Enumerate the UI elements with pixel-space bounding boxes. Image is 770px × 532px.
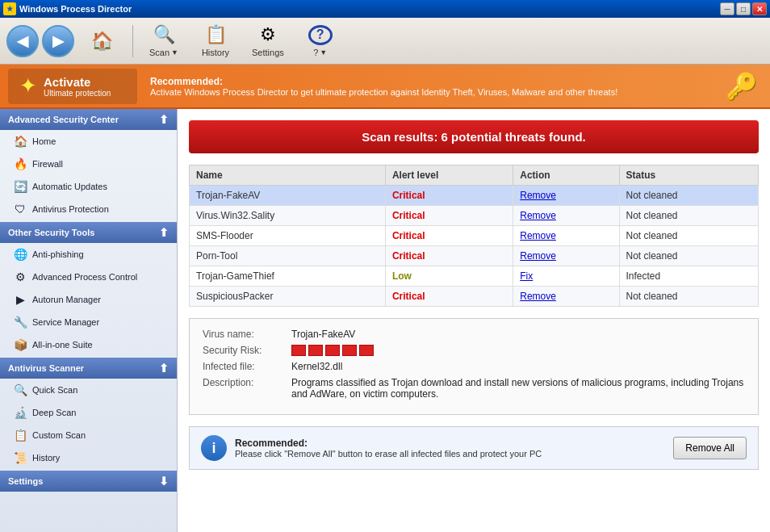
deep-scan-icon: 🔬 [13,405,27,420]
cell-status: Not cleaned [619,186,759,206]
cell-action[interactable]: Remove [513,287,619,307]
sidebar-item-auto-updates[interactable]: 🔄 Automatic Updates [0,175,177,198]
settings-toggle-icon: ⬇ [159,475,169,488]
sidebar-item-advanced-process[interactable]: ⚙ Advanced Process Control [0,266,177,288]
description-value: Programs classified as Trojan download a… [291,377,745,400]
risk-bar [325,345,340,356]
table-row[interactable]: SuspiciousPackerCriticalRemoveNot cleane… [190,287,759,307]
cell-action[interactable]: Remove [513,246,619,266]
remove-all-button[interactable]: Remove All [673,437,747,459]
settings-toolbar-button[interactable]: ⚙ Settings [243,21,293,61]
virus-name-row: Virus name: Trojan-FakeAV [203,329,745,340]
results-table: Name Alert level Action Status Trojan-Fa… [189,165,759,307]
sidebar-section-scanner: Antivirus Scanner ⬆ 🔍 Quick Scan 🔬 Deep … [0,358,177,469]
autorun-icon: ▶ [13,292,27,307]
sidebar-item-autorun[interactable]: ▶ Autorun Manager [0,288,177,311]
sidebar-section-settings-header[interactable]: Settings ⬇ [0,471,177,492]
scan-results-header: Scan results: 6 potential threats found. [189,120,759,153]
cell-alert: Critical [385,287,513,307]
scan-toolbar-button[interactable]: 🔍 Scan ▼ [140,21,188,61]
activate-button[interactable]: ✦ Activate Ultimate protection [8,69,137,104]
table-row[interactable]: SMS-FlooderCriticalRemoveNot cleaned [190,226,759,246]
sidebar-item-anti-phishing[interactable]: 🌐 Anti-phishing [0,243,177,266]
sidebar-item-history[interactable]: 📜 History [0,446,177,469]
col-status: Status [619,165,759,186]
history-sidebar-icon: 📜 [13,450,27,465]
minimize-button[interactable]: ─ [720,2,734,15]
content-area: Scan results: 6 potential threats found.… [178,109,770,532]
scan-label: Scan ▼ [149,48,178,57]
sidebar-item-service-manager[interactable]: 🔧 Service Manager [0,311,177,333]
forward-button[interactable]: ▶ [42,25,74,57]
footer-rec-text: Recommended: Please click "Remove All" b… [235,438,665,459]
title-bar: ★ Windows Process Director ─ □ ✕ [0,0,770,18]
cell-action[interactable]: Remove [513,226,619,246]
main-layout: Advanced Security Center ⬆ 🏠 Home 🔥 Fire… [0,109,770,532]
risk-bar [342,345,357,356]
home-toolbar-button[interactable]: 🏠 [77,21,126,61]
virus-name-value: Trojan-FakeAV [291,329,745,340]
app-title: Windows Process Director [19,4,720,14]
quick-scan-icon: 🔍 [13,383,27,397]
cell-action[interactable]: Fix [513,266,619,287]
activate-text: Activate Ultimate protection [44,75,111,98]
security-toggle-icon: ⬆ [159,113,169,126]
toolbar: ◀ ▶ 🏠 🔍 Scan ▼ 📋 History ⚙ Settings ? ? … [0,18,770,65]
history-icon: 📋 [204,24,227,45]
maximize-button[interactable]: □ [736,2,751,15]
table-row[interactable]: Virus.Win32.SalityCriticalRemoveNot clea… [190,206,759,226]
cell-name: SuspiciousPacker [190,287,386,307]
cell-status: Infected [619,266,759,287]
table-row[interactable]: Porn-ToolCriticalRemoveNot cleaned [190,246,759,266]
security-risk-row: Security Risk: [203,345,745,356]
cell-alert: Critical [385,186,513,206]
sidebar-item-allinone[interactable]: 📦 All-in-one Suite [0,333,177,356]
sidebar-item-deep-scan[interactable]: 🔬 Deep Scan [0,401,177,424]
sidebar-section-tools-header[interactable]: Other Security Tools ⬆ [0,222,177,243]
antivirus-icon: 🛡 [13,202,27,216]
sidebar: Advanced Security Center ⬆ 🏠 Home 🔥 Fire… [0,109,178,532]
cell-status: Not cleaned [619,206,759,226]
security-risk-label: Security Risk: [203,345,291,356]
back-button[interactable]: ◀ [6,25,39,57]
history-toolbar-button[interactable]: 📋 History [191,21,240,61]
scan-dropdown-arrow: ▼ [171,48,178,57]
risk-bar [359,345,374,356]
cell-alert: Critical [385,206,513,226]
cell-action[interactable]: Remove [513,206,619,226]
infected-file-label: Infected file: [203,361,291,372]
sidebar-section-scanner-header[interactable]: Antivirus Scanner ⬆ [0,358,177,379]
help-label: ? ▼ [313,48,327,57]
table-row[interactable]: Trojan-FakeAVCriticalRemoveNot cleaned [190,186,759,206]
allinone-icon: 📦 [13,337,27,352]
sidebar-item-quick-scan[interactable]: 🔍 Quick Scan [0,379,177,401]
cell-alert: Low [385,266,513,287]
activate-star-icon: ✦ [19,73,37,98]
footer-recommendation: i Recommended: Please click "Remove All"… [189,426,759,470]
settings-label: Settings [252,48,284,57]
cell-status: Not cleaned [619,226,759,246]
cell-name: Trojan-FakeAV [190,186,386,206]
help-icon: ? [308,25,333,45]
cell-alert: Critical [385,226,513,246]
sidebar-item-firewall[interactable]: 🔥 Firewall [0,153,177,175]
cell-name: Virus.Win32.Sality [190,206,386,226]
key-icon: 🔑 [722,66,762,107]
table-row[interactable]: Trojan-GameThiefLowFixInfected [190,266,759,287]
close-button[interactable]: ✕ [752,2,767,15]
description-label: Description: [203,377,291,388]
help-toolbar-button[interactable]: ? ? ▼ [296,21,345,61]
security-risk-bars [291,345,745,356]
description-row: Description: Programs classified as Troj… [203,377,745,400]
cell-action[interactable]: Remove [513,186,619,206]
settings-icon: ⚙ [257,24,279,45]
sidebar-section-settings: Settings ⬇ [0,471,177,492]
sidebar-item-home[interactable]: 🏠 Home [0,130,177,153]
sidebar-section-security-header[interactable]: Advanced Security Center ⬆ [0,109,177,130]
home-sidebar-icon: 🏠 [13,134,27,149]
title-bar-buttons: ─ □ ✕ [720,2,767,15]
sidebar-item-antivirus[interactable]: 🛡 Antivirus Protection [0,198,177,220]
auto-updates-icon: 🔄 [13,179,27,194]
sidebar-item-custom-scan[interactable]: 📋 Custom Scan [0,424,177,446]
infected-file-value: Kernel32.dll [291,361,745,372]
